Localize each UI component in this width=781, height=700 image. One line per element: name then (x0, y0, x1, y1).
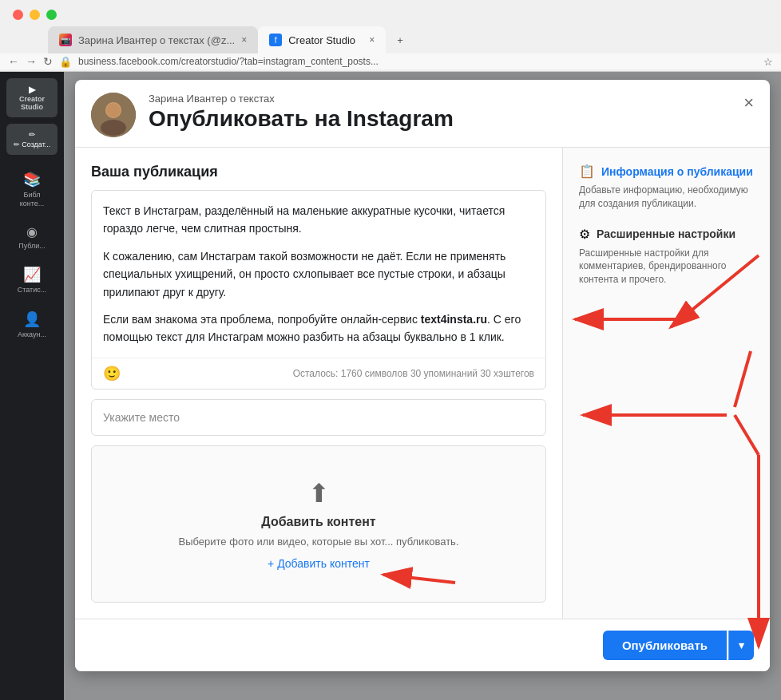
text-editor[interactable]: Текст в Инстаграм, разделённый на малень… (91, 190, 546, 390)
traffic-lights (0, 0, 781, 25)
sidebar: ▶ CreatorStudio ✏ ✏ Создат... 📚 Библконт… (0, 72, 64, 700)
tab-ig-label: Зарина Ивантер о текстах (@z... (78, 34, 235, 46)
publish-modal: Зарина Ивантер о текстах Опубликовать на… (75, 80, 770, 671)
maximize-window-btn[interactable] (46, 10, 57, 20)
panel-info-title[interactable]: Информация о публикации (601, 165, 753, 178)
new-tab-icon: + (397, 34, 403, 46)
content-area: Зарина Ивантер о текстах Опубликовать на… (64, 72, 781, 700)
sidebar-item-stats[interactable]: 📈 Статис... (6, 259, 57, 301)
sidebar-item-stats-label: Статис... (18, 286, 46, 295)
text-paragraph-3: Если вам знакома эта проблема, попробуйт… (103, 310, 534, 346)
address-text[interactable]: business.facebook.com/creatorstudio/?tab… (78, 56, 757, 67)
tab-fb-label: Creator Studio (288, 34, 355, 46)
fb-tab-icon: f (269, 34, 282, 46)
address-bar: ← → ↻ 🔒 business.facebook.com/creatorstu… (0, 53, 781, 69)
publish-icon: ◉ (26, 224, 38, 239)
location-field[interactable]: Укажите место (91, 399, 546, 436)
browser-tabs-bar: 📷 Зарина Ивантер о текстах (@z... × f Cr… (0, 25, 781, 53)
forward-btn[interactable]: → (26, 55, 37, 68)
refresh-btn[interactable]: ↻ (43, 55, 53, 68)
svg-point-2 (101, 120, 126, 136)
panel-info-icon: 📋 (579, 164, 595, 179)
ig-tab-icon: 📷 (59, 34, 72, 46)
sidebar-item-library[interactable]: 📚 Библконте... (6, 164, 57, 215)
modal-body: Ваша публикация Текст в Инстаграм, разде… (75, 148, 770, 619)
star-icon[interactable]: ☆ (763, 56, 773, 68)
upload-icon: ⬆ (108, 478, 529, 508)
panel-section-advanced: ⚙ Расширенные настройки Расширенные наст… (579, 227, 754, 287)
browser-chrome: 📷 Зарина Ивантер о текстах (@z... × f Cr… (0, 0, 781, 72)
char-count: Осталось: 1760 символов 30 упоминаний 30… (293, 368, 534, 379)
panel-advanced-desc: Расширенные настройки для комментариев, … (579, 247, 754, 287)
text-content-area[interactable]: Текст в Инстаграм, разделённый на малень… (92, 191, 545, 358)
panel-advanced-title[interactable]: Расширенные настройки (597, 227, 735, 240)
avatar-image (91, 93, 136, 137)
logo-text: CreatorStudio (11, 95, 53, 111)
publish-dropdown-button[interactable]: ▾ (728, 631, 754, 660)
sidebar-item-account-label: Аккаун... (18, 330, 46, 339)
modal-overlay[interactable]: Зарина Ивантер о текстах Опубликовать на… (64, 72, 781, 700)
panel-advanced-icon: ⚙ (579, 227, 590, 242)
tab-ig-close[interactable]: × (241, 34, 247, 45)
modal-sidebar-panel: 📋 Информация о публикации Добавьте инфор… (562, 148, 770, 619)
back-btn[interactable]: ← (8, 55, 19, 68)
upload-desc: Выберите фото или видео, которые вы хот.… (108, 536, 529, 548)
upload-title: Добавить контент (108, 515, 529, 529)
modal-header: Зарина Ивантер о текстах Опубликовать на… (75, 80, 770, 148)
modal-title: Опубликовать на Instagram (149, 106, 754, 132)
tab-ig[interactable]: 📷 Зарина Ивантер о текстах (@z... × (48, 26, 258, 53)
emoji-button[interactable]: 🙂 (103, 365, 121, 382)
modal-account-name: Зарина Ивантер о текстах (149, 93, 754, 105)
modal-footer: Опубликовать ▾ (75, 619, 770, 671)
tab-fb-close[interactable]: × (369, 34, 375, 45)
lock-icon: 🔒 (59, 56, 72, 68)
minimize-window-btn[interactable] (30, 10, 40, 20)
modal-close-button[interactable]: × (743, 93, 754, 113)
svg-point-3 (106, 103, 121, 117)
sidebar-logo: ▶ CreatorStudio (6, 78, 57, 117)
publish-button[interactable]: Опубликовать (603, 631, 727, 660)
create-button[interactable]: ✏ ✏ Создат... (6, 124, 57, 155)
sidebar-item-publish-label: Публи... (18, 242, 46, 251)
sidebar-item-publish[interactable]: ◉ Публи... (6, 218, 57, 257)
close-window-btn[interactable] (13, 10, 23, 20)
modal-title-block: Зарина Ивантер о текстах Опубликовать на… (149, 93, 754, 132)
sidebar-item-account[interactable]: 👤 Аккаун... (6, 304, 57, 346)
modal-main: Ваша публикация Текст в Инстаграм, разде… (75, 148, 562, 619)
panel-info-header: 📋 Информация о публикации (579, 164, 754, 179)
text-paragraph-2: К сожалению, сам Инстаграм такой возможн… (103, 247, 534, 301)
library-icon: 📚 (23, 171, 41, 188)
location-placeholder: Укажите место (103, 411, 180, 424)
stats-icon: 📈 (23, 266, 41, 283)
sidebar-item-library-label: Библконте... (20, 191, 45, 208)
create-icon: ✏ (29, 130, 35, 139)
section-title: Ваша публикация (91, 164, 546, 180)
create-label: ✏ Создат... (11, 140, 53, 148)
logo-icon: ▶ (29, 85, 35, 94)
media-upload-area[interactable]: ⬆ Добавить контент Выберите фото или вид… (91, 445, 546, 603)
panel-info-desc: Добавьте информацию, необходимую для соз… (579, 184, 754, 211)
text-paragraph-1: Текст в Инстаграм, разделённый на малень… (103, 202, 534, 238)
panel-advanced-header: ⚙ Расширенные настройки (579, 227, 754, 242)
app-layout: ▶ CreatorStudio ✏ ✏ Создат... 📚 Библконт… (0, 72, 781, 700)
new-tab-btn[interactable]: + (386, 26, 414, 53)
account-icon: 👤 (23, 310, 41, 328)
avatar (91, 93, 136, 137)
text-toolbar: 🙂 Осталось: 1760 символов 30 упоминаний … (92, 358, 545, 389)
tab-fb[interactable]: f Creator Studio × (258, 26, 386, 53)
panel-section-info: 📋 Информация о публикации Добавьте инфор… (579, 164, 754, 211)
upload-link[interactable]: + Добавить контент (108, 557, 529, 570)
